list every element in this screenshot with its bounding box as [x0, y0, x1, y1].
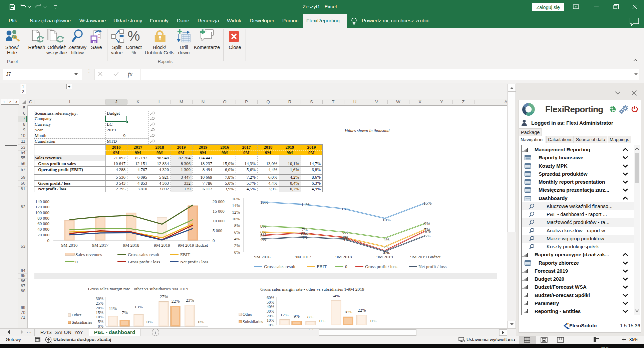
svg-text:Gross sales result: Gross sales result — [264, 264, 296, 269]
svg-text:15%: 15% — [423, 201, 432, 206]
svg-text:54%: 54% — [332, 293, 340, 298]
svg-text:15%: 15% — [260, 200, 269, 205]
svg-text:30%: 30% — [96, 296, 103, 301]
svg-text:25%: 25% — [96, 301, 103, 306]
svg-text:120 000: 120 000 — [35, 204, 49, 209]
svg-text:9M 2017: 9M 2017 — [295, 254, 311, 259]
svg-text:12%: 12% — [232, 210, 240, 215]
svg-text:EBIT: EBIT — [317, 264, 327, 269]
svg-text:100 000: 100 000 — [35, 210, 49, 215]
svg-text:20 000: 20 000 — [213, 199, 225, 204]
svg-text:40%: 40% — [267, 304, 274, 309]
svg-text:2%: 2% — [383, 244, 389, 249]
svg-text:Gross profit / loss: Gross profit / loss — [365, 264, 397, 269]
svg-text:9M 2019 Budżet: 9M 2019 Budżet — [410, 254, 441, 259]
svg-text:20 000: 20 000 — [37, 232, 49, 237]
svg-text:0: 0 — [213, 238, 215, 243]
svg-text:9M 2018: 9M 2018 — [335, 254, 352, 259]
svg-text:Other: Other — [243, 312, 252, 317]
svg-text:fx: fx — [128, 71, 132, 78]
svg-text:10%: 10% — [267, 318, 274, 323]
svg-text:27%: 27% — [160, 294, 168, 299]
svg-text:0%: 0% — [198, 319, 204, 324]
svg-text:Gross sales result: Gross sales result — [128, 252, 159, 257]
svg-text:9M 2017: 9M 2017 — [92, 243, 108, 248]
svg-text:9M 2018: 9M 2018 — [123, 243, 139, 248]
svg-text:0: 0 — [75, 259, 78, 264]
svg-text:14%: 14% — [301, 202, 310, 207]
svg-text:%: % — [127, 29, 140, 44]
svg-text:7%: 7% — [122, 310, 128, 315]
svg-text:23%: 23% — [186, 298, 194, 303]
svg-text:10 000: 10 000 — [213, 218, 225, 223]
svg-text:10%: 10% — [96, 315, 103, 319]
svg-text:60%: 60% — [267, 295, 274, 300]
svg-text:4%: 4% — [234, 236, 240, 241]
svg-text:9M 2016: 9M 2016 — [254, 254, 270, 259]
svg-text:20%: 20% — [267, 314, 274, 318]
svg-text:9%: 9% — [294, 314, 300, 319]
svg-text:13%: 13% — [341, 206, 350, 211]
svg-text:60 000: 60 000 — [37, 221, 49, 226]
svg-text:5%: 5% — [98, 319, 103, 324]
svg-text:40 000: 40 000 — [37, 227, 49, 232]
svg-text:14%: 14% — [232, 203, 240, 208]
svg-text:0%: 0% — [319, 318, 325, 323]
svg-text:5%: 5% — [424, 233, 430, 238]
svg-text:0: 0 — [345, 264, 347, 269]
svg-text:9M 2019: 9M 2019 — [376, 254, 393, 259]
svg-text:15 000: 15 000 — [213, 209, 225, 214]
svg-text:4%: 4% — [343, 237, 349, 242]
svg-text:6%: 6% — [425, 229, 431, 234]
svg-text:50%: 50% — [267, 300, 274, 305]
svg-text:9M 2019: 9M 2019 — [154, 243, 170, 248]
svg-text:6%: 6% — [234, 230, 240, 235]
svg-text:0%: 0% — [146, 319, 152, 324]
svg-text:8%: 8% — [234, 223, 240, 228]
svg-text:0%: 0% — [234, 250, 240, 255]
svg-text:0: 0 — [47, 238, 50, 243]
svg-text:Other: Other — [72, 313, 81, 317]
svg-text:0%: 0% — [269, 323, 274, 327]
svg-text:Gross sales margin rate - othe: Gross sales margin rate - other vs subsi… — [88, 286, 188, 291]
svg-text:EBIT: EBIT — [180, 252, 191, 257]
svg-text:11%: 11% — [109, 306, 117, 311]
svg-text:4%: 4% — [260, 237, 266, 242]
svg-text:Net profit / loss: Net profit / loss — [180, 259, 208, 264]
svg-text:Net profit / loss: Net profit / loss — [418, 264, 446, 269]
svg-text:5 000: 5 000 — [213, 228, 222, 233]
svg-text:9M 2019 Budżet: 9M 2019 Budżet — [178, 243, 208, 248]
svg-text:10%: 10% — [232, 216, 240, 221]
svg-text:22%: 22% — [172, 299, 180, 304]
svg-text:6%: 6% — [342, 230, 348, 235]
svg-text:9M 2016: 9M 2016 — [61, 243, 77, 248]
svg-text:9%: 9% — [424, 221, 430, 226]
svg-text:8%: 8% — [260, 224, 266, 229]
svg-text:13%: 13% — [134, 304, 143, 309]
svg-text:0%: 0% — [370, 318, 376, 323]
svg-text:18%: 18% — [344, 309, 352, 314]
svg-text:30%: 30% — [267, 309, 274, 314]
svg-text:20%: 20% — [96, 306, 103, 310]
svg-text:Gross sales margin rate - othe: Gross sales margin rate - other vs subsi… — [260, 287, 364, 292]
svg-text:Subsidiaries: Subsidiaries — [243, 319, 263, 324]
svg-text:4%: 4% — [383, 237, 389, 242]
svg-text:16%: 16% — [232, 196, 240, 201]
svg-text:8%: 8% — [307, 314, 313, 319]
svg-text:22%: 22% — [358, 308, 366, 313]
svg-text:0%: 0% — [98, 324, 103, 328]
svg-text:80 000: 80 000 — [37, 216, 49, 221]
svg-text:Sales revenues: Sales revenues — [75, 252, 102, 257]
svg-text:Subsidiaries: Subsidiaries — [72, 320, 92, 325]
svg-text:140 000: 140 000 — [35, 199, 49, 204]
svg-text:15%: 15% — [96, 310, 103, 315]
svg-text:10%: 10% — [382, 217, 391, 222]
svg-text:Gross profit / loss: Gross profit / loss — [128, 259, 160, 264]
svg-text:12%: 12% — [280, 312, 289, 317]
svg-text:2%: 2% — [234, 243, 240, 248]
svg-text:4%: 4% — [302, 235, 308, 240]
